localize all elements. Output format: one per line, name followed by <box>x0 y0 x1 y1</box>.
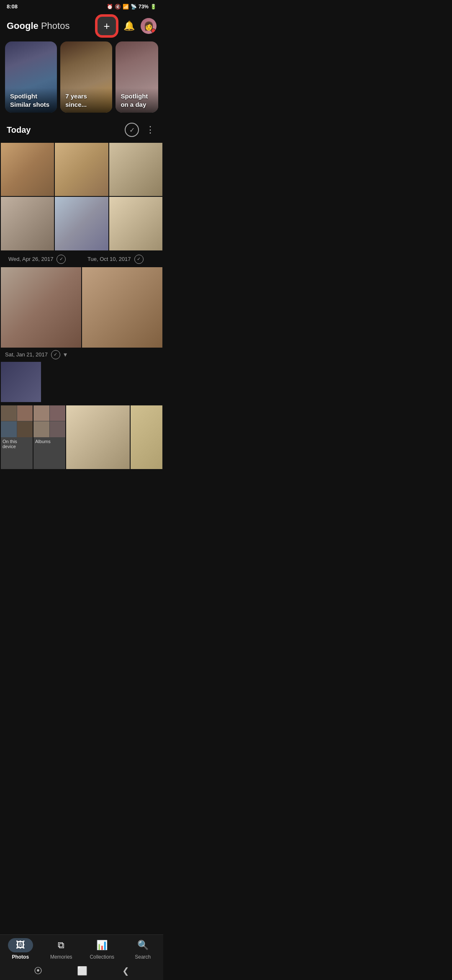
album-sub-2 <box>17 405 33 421</box>
alarm-icon: ⏰ <box>107 4 113 10</box>
today-header: Today ✓ ⋮ <box>0 119 163 140</box>
dog-photo-small[interactable] <box>131 405 162 469</box>
date-check-3[interactable]: ✓ <box>51 350 60 359</box>
photo-thumb[interactable] <box>55 197 108 250</box>
album-sub-5 <box>33 405 49 421</box>
on-device-label: On this device <box>1 437 33 451</box>
on-device-album[interactable]: On this device <box>1 405 33 469</box>
bell-icon: 🔔 <box>123 21 135 31</box>
photo-thumb[interactable] <box>109 197 162 250</box>
dog-photo-large[interactable] <box>66 405 130 469</box>
album-sub-6 <box>50 405 66 421</box>
title-photos: Photos <box>39 21 70 31</box>
album-grid-2 <box>33 405 65 437</box>
album-sub-3 <box>1 421 17 437</box>
signal-icon: 📡 <box>131 4 137 10</box>
empty-spacer <box>42 362 162 402</box>
status-bar: 8:08 ⏰ 🔇 📶 📡 73% 🔋 <box>0 0 163 11</box>
photo-thumb[interactable] <box>1 197 54 250</box>
card-overlay-3: Spotlighton a day <box>116 88 158 113</box>
select-all-button[interactable]: ✓ <box>125 123 139 137</box>
wifi-icon: 📶 <box>123 4 129 10</box>
date-label-3: Sat, Jan 21, 2017 ✓ ▾ <box>0 348 163 361</box>
memory-card-2[interactable]: 7 yearssince... <box>60 41 112 113</box>
photo-thumb[interactable] <box>55 143 108 196</box>
user-avatar[interactable]: 👩 <box>141 18 157 34</box>
status-icons: ⏰ 🔇 📶 📡 73% 🔋 <box>107 4 157 10</box>
photo-thumb[interactable] <box>109 143 162 196</box>
more-options-button[interactable]: ⋮ <box>144 124 157 135</box>
albums-label: Albums <box>33 437 65 446</box>
mute-icon: 🔇 <box>115 4 121 10</box>
memory-card-3[interactable]: Spotlighton a day <box>116 41 158 113</box>
avatar-badge <box>151 28 156 33</box>
battery-icon: 🔋 <box>150 4 157 10</box>
title-google: Google <box>7 21 39 31</box>
card-overlay-1: SpotlightSimilar shots <box>5 88 57 113</box>
albums-album[interactable]: Albums <box>33 405 65 469</box>
today-label: Today <box>7 125 125 135</box>
album-sub-8 <box>50 421 66 437</box>
photo-thumb[interactable] <box>1 362 41 402</box>
date-check-1[interactable]: ✓ <box>56 255 66 264</box>
plus-icon: + <box>103 20 110 33</box>
photo-thumb[interactable] <box>1 267 81 348</box>
photos-section: Wed, Apr 26, 2017 ✓ Tue, Oct 10, 2017 ✓ … <box>0 142 163 470</box>
notifications-button[interactable]: 🔔 <box>121 18 137 34</box>
album-sub-4 <box>17 421 33 437</box>
date-label-1: Wed, Apr 26, 2017 ✓ <box>3 253 81 266</box>
albums-section: On this device Albums <box>0 405 163 470</box>
photo-thumb[interactable]: ⭐ Use as feature photo ➕ Add to album 📦 … <box>82 267 162 348</box>
photo-thumb[interactable] <box>1 143 54 196</box>
add-button[interactable]: + <box>96 15 117 36</box>
album-sub-1 <box>1 405 17 421</box>
collapse-button[interactable]: ▾ <box>64 351 67 358</box>
date-label-2: Tue, Oct 10, 2017 ✓ <box>82 253 160 266</box>
memory-cards-row: SpotlightSimilar shots 7 yearssince... S… <box>0 41 163 119</box>
date-check-2[interactable]: ✓ <box>134 255 144 264</box>
app-title: Google Photos <box>7 21 93 31</box>
time-display: 8:08 <box>7 3 18 10</box>
album-sub-7 <box>33 421 49 437</box>
card-title-2: 7 yearssince... <box>65 92 107 108</box>
card-title-1: SpotlightSimilar shots <box>10 92 52 108</box>
card-title-3: Spotlighton a day <box>121 92 153 108</box>
app-header: Google Photos + 🔔 👩 <box>0 11 163 41</box>
album-grid <box>1 405 33 437</box>
battery-display: 73% <box>139 4 149 10</box>
card-overlay-2: 7 yearssince... <box>60 88 112 113</box>
memory-card-1[interactable]: SpotlightSimilar shots <box>5 41 57 113</box>
bottom-spacer <box>0 470 163 520</box>
